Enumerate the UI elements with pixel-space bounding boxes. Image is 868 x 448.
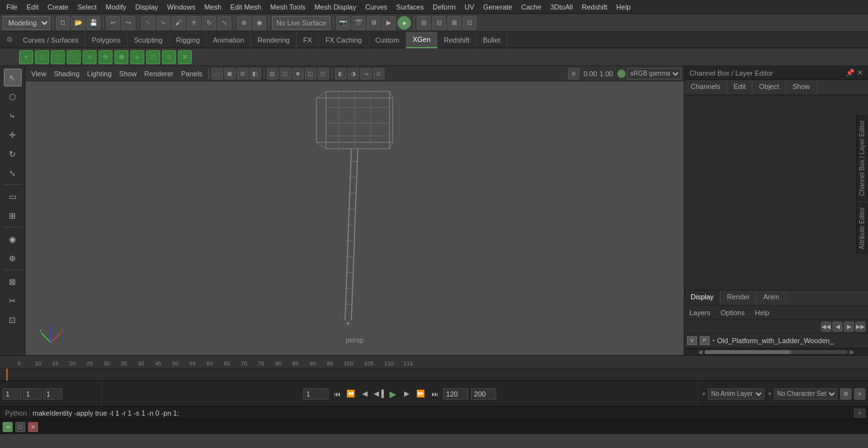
range-start[interactable]: 1 — [303, 388, 329, 400]
menu-modify[interactable]: Modify — [102, 2, 130, 12]
scale-btn[interactable]: ⤡ — [217, 16, 231, 30]
layer-btn2[interactable]: ◀ — [832, 322, 843, 332]
menu-uv[interactable]: UV — [461, 2, 478, 12]
layer-item-0[interactable]: V P ▪ Old_Platform_with_Ladder_Wooden_ — [684, 334, 868, 348]
menu-display[interactable]: Display — [132, 2, 162, 12]
vp-motion-blur-btn[interactable]: ↝ — [360, 68, 372, 79]
universal-manip-btn[interactable]: ⊕ — [237, 16, 251, 30]
rt-tab-attribute-editor[interactable]: Attribute Editor — [857, 201, 867, 254]
layer-btn4[interactable]: ▶▶ — [855, 322, 865, 332]
anim-layer-select[interactable]: No Anim Layer — [708, 388, 764, 400]
menu-file[interactable]: File — [3, 2, 22, 12]
vp-ao-btn[interactable]: ◑ — [348, 68, 359, 79]
live-surface-btn[interactable]: ● — [397, 16, 411, 30]
prev-key-btn[interactable]: ⏪ — [345, 388, 356, 400]
prev-frame-btn[interactable]: ◀ — [359, 388, 370, 400]
menu-3dtool[interactable]: 3DtoAll — [546, 2, 576, 12]
menu-windows[interactable]: Windows — [163, 2, 200, 12]
rt-tab-channel-box[interactable]: Channel Box / Layer Editor — [857, 114, 867, 201]
tab-rigging[interactable]: Rigging — [170, 32, 207, 48]
options-menu[interactable]: Options — [718, 308, 747, 318]
layout-btn2[interactable]: ⊟ — [432, 16, 446, 30]
vp-light-btn[interactable]: ◰ — [318, 68, 329, 79]
vp-show-menu[interactable]: Show — [116, 69, 140, 79]
vp-gamma-select[interactable]: sRGB gamma — [627, 68, 681, 79]
frame-field3[interactable]: 1 — [43, 388, 62, 400]
ch-tab-show[interactable]: Show — [786, 80, 817, 95]
next-frame-btn[interactable]: ▶ — [401, 388, 412, 400]
ch-tab-channels[interactable]: Channels — [684, 80, 727, 95]
snap-tool[interactable]: ⊞ — [4, 207, 22, 224]
layer-btn1[interactable]: ◀◀ — [821, 322, 831, 332]
tab-redshift[interactable]: Redshift — [438, 32, 477, 48]
tab-fx[interactable]: FX — [297, 32, 319, 48]
python-command[interactable]: makeIdentity -apply true -t 1 -r 1 -s 1 … — [32, 409, 851, 417]
layout-btn4[interactable]: ⊡ — [463, 16, 477, 30]
current-frame-field[interactable]: 1 — [3, 388, 22, 400]
layers-menu[interactable]: Layers — [687, 308, 713, 318]
char-set-btn2[interactable]: ≡ — [854, 388, 865, 400]
vp-color-mode[interactable] — [617, 69, 626, 78]
layer-v-btn-0[interactable]: V — [687, 336, 697, 345]
next-key-btn[interactable]: ⏩ — [415, 388, 426, 400]
tab-sculpting[interactable]: Sculpting — [128, 32, 170, 48]
tab-polygons[interactable]: Polygons — [85, 32, 127, 48]
first-frame-btn[interactable]: ⏮ — [331, 388, 342, 400]
tab-xgen[interactable]: XGen — [406, 32, 437, 48]
no-live-surface-btn[interactable]: No Live Surface — [272, 16, 330, 30]
xgen-tool10[interactable]: ⊘ — [162, 50, 176, 64]
viewport-canvas[interactable]: persp X Y Z — [25, 81, 684, 355]
vp-isolate-btn[interactable]: ⊕ — [568, 68, 580, 79]
vp-panels-menu[interactable]: Panels — [178, 69, 206, 79]
soft-sel-tool[interactable]: ⊕ — [4, 249, 22, 267]
move-tool[interactable]: ✛ — [4, 126, 22, 144]
xgen-tool3[interactable]: ⬡ — [51, 50, 65, 64]
settings-icon[interactable]: ⚙ — [3, 33, 17, 47]
menu-generate[interactable]: Generate — [479, 2, 516, 12]
xgen-tool11[interactable]: ✖ — [178, 50, 192, 64]
xgen-tool7[interactable]: ⬢ — [114, 50, 128, 64]
tab-curves-surfaces[interactable]: Curves / Surfaces — [17, 32, 85, 48]
char-set-btn1[interactable]: ⚙ — [840, 388, 851, 400]
new-file-btn[interactable]: 🗋 — [56, 16, 70, 30]
rect-select-tool[interactable]: ▭ — [4, 187, 22, 205]
menu-redshift[interactable]: Redshift — [578, 2, 611, 12]
soft-sel-btn[interactable]: ◉ — [252, 16, 266, 30]
menu-help[interactable]: Help — [613, 2, 635, 12]
frame-field2[interactable]: 1 — [23, 388, 42, 400]
paint-sel-btn[interactable]: 🖌 — [172, 16, 186, 30]
xgen-tool8[interactable]: ◈ — [130, 50, 144, 64]
vp-wireframe-btn[interactable]: ◫ — [280, 68, 291, 79]
xgen-tool9[interactable]: ⟨/⟩ — [146, 50, 160, 64]
char-set-select[interactable]: No Character Set — [774, 388, 837, 400]
move-btn[interactable]: ✛ — [187, 16, 201, 30]
vp-view-menu[interactable]: View — [28, 69, 50, 79]
xgen-tool4[interactable]: ↕ — [67, 50, 81, 64]
vp-shading-menu[interactable]: Shading — [51, 69, 83, 79]
layer-p-btn-0[interactable]: P — [700, 336, 710, 345]
paint-select-tool[interactable]: ⬡ — [4, 88, 22, 105]
menu-mesh-tools[interactable]: Mesh Tools — [266, 2, 309, 12]
window-min-btn[interactable]: ━ — [3, 422, 13, 432]
select-tool[interactable]: ↖ — [4, 69, 22, 86]
play-fwd-btn[interactable]: ▶ — [387, 388, 398, 400]
right-panel-close[interactable]: ✕ — [857, 69, 863, 77]
vp-sel-mask-btn[interactable]: ▤ — [267, 68, 278, 79]
menu-deform[interactable]: Deform — [429, 2, 459, 12]
ipr-btn[interactable]: ▶ — [382, 16, 396, 30]
menu-surfaces[interactable]: Surfaces — [393, 2, 428, 12]
multi-cut-tool[interactable]: ✂ — [4, 292, 22, 309]
layer-scroll-thumb[interactable] — [705, 350, 790, 354]
scale-tool[interactable]: ⤡ — [4, 164, 22, 182]
lasso-tool[interactable]: ⤷ — [4, 107, 22, 125]
xgen-tool2[interactable]: ◎ — [35, 50, 49, 64]
playback-end[interactable]: 200 — [471, 388, 496, 400]
layer-tab-anim[interactable]: Anim — [757, 290, 786, 305]
layer-scroll-track[interactable] — [705, 350, 848, 354]
play-back-btn[interactable]: ◀▐ — [373, 388, 384, 400]
layer-btn3[interactable]: ▶ — [844, 322, 854, 332]
rotate-btn[interactable]: ↻ — [202, 16, 216, 30]
tab-bullet[interactable]: Bullet — [477, 32, 508, 48]
viewport[interactable]: View Shading Lighting Show Renderer Pane… — [25, 66, 684, 355]
lasso-btn[interactable]: ⤷ — [156, 16, 170, 30]
